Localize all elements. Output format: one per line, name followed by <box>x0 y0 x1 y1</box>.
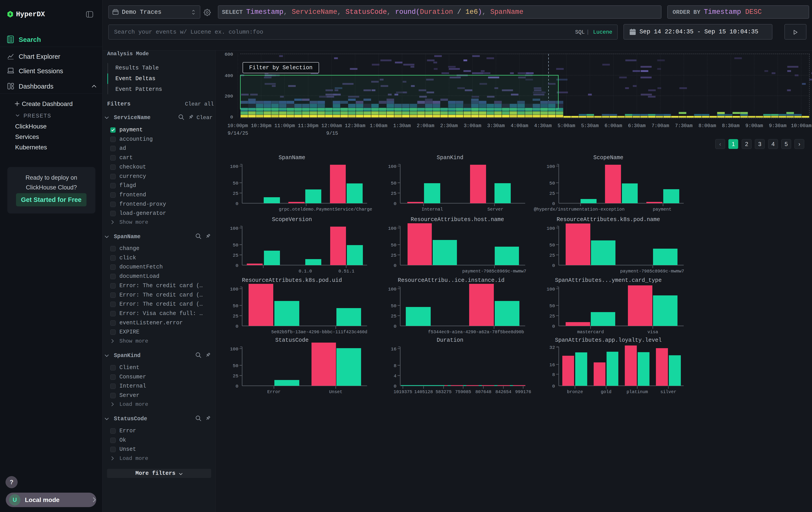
svg-text:0: 0 <box>552 324 555 329</box>
svg-text:ScopeVersion: ScopeVersion <box>272 216 312 223</box>
svg-text:50: 50 <box>549 303 555 308</box>
svg-text:50: 50 <box>233 303 238 308</box>
svg-text:ResourceAttributes.host.name: ResourceAttributes.host.name <box>411 216 504 223</box>
svg-text:payment: payment <box>653 207 671 212</box>
svg-text:200: 200 <box>225 94 233 99</box>
svg-text:400: 400 <box>225 73 233 78</box>
svg-text:600: 600 <box>225 52 233 57</box>
svg-text:16: 16 <box>391 347 397 352</box>
svg-text:100: 100 <box>388 287 397 292</box>
svg-text:gold: gold <box>601 389 611 395</box>
svg-text:11:00pm: 11:00pm <box>274 123 295 129</box>
svg-text:9:00am: 9:00am <box>746 123 763 129</box>
svg-text:25: 25 <box>549 314 555 319</box>
svg-text:Internal: Internal <box>422 207 443 212</box>
svg-text:583275: 583275 <box>436 389 452 395</box>
svg-text:9:30am: 9:30am <box>769 123 786 129</box>
svg-text:0: 0 <box>394 324 397 329</box>
svg-text:0: 0 <box>235 263 238 268</box>
svg-text:SpanName: SpanName <box>279 155 305 161</box>
svg-text:payment-7985c8969c-mwmw7: payment-7985c8969c-mwmw7 <box>462 269 526 274</box>
svg-text:25: 25 <box>391 191 397 196</box>
svg-text:1:00am: 1:00am <box>370 123 387 129</box>
svg-text:1405128: 1405128 <box>414 389 433 395</box>
svg-text:7:00am: 7:00am <box>651 123 669 129</box>
svg-text:25: 25 <box>391 253 397 258</box>
svg-text:SpanAttributes...yment.card_ty: SpanAttributes...yment.card_type <box>555 277 662 284</box>
svg-text:grpc.oteldemo.PaymentService/C: grpc.oteldemo.PaymentService/Charge <box>279 207 372 212</box>
svg-text:f5344ec9-a1ea-4290-a62a-78f5be: f5344ec9-a1ea-4290-a62a-78f5bee8d90b <box>428 329 524 334</box>
svg-text:8: 8 <box>394 363 397 369</box>
svg-text:32: 32 <box>549 345 555 350</box>
svg-text:0: 0 <box>235 384 238 389</box>
svg-text:ScopeName: ScopeName <box>593 155 623 161</box>
svg-text:silver: silver <box>660 389 676 395</box>
svg-text:25: 25 <box>233 314 238 319</box>
svg-text:mastercard: mastercard <box>577 329 604 334</box>
svg-text:1019375: 1019375 <box>394 389 412 395</box>
svg-text:visa: visa <box>647 329 658 334</box>
svg-text:4:30am: 4:30am <box>534 123 552 129</box>
svg-text:0: 0 <box>235 324 238 329</box>
svg-text:ResourceAttributes.k8s.pod.nam: ResourceAttributes.k8s.pod.name <box>556 216 660 223</box>
svg-text:999176: 999176 <box>515 389 531 395</box>
svg-text:platinum: platinum <box>627 389 648 395</box>
svg-text:3:30am: 3:30am <box>487 123 505 129</box>
svg-text:759085: 759085 <box>455 389 471 395</box>
svg-text:5:00am: 5:00am <box>558 123 575 129</box>
svg-text:100: 100 <box>388 226 397 231</box>
svg-text:6:30am: 6:30am <box>628 123 646 129</box>
svg-text:50: 50 <box>549 181 555 186</box>
svg-text:100: 100 <box>547 287 555 292</box>
svg-text:10:00pm: 10:00pm <box>228 123 248 129</box>
svg-text:100: 100 <box>230 347 238 352</box>
svg-text:Unset: Unset <box>329 389 342 395</box>
svg-text:807648: 807648 <box>475 389 491 395</box>
svg-text:12:00am: 12:00am <box>321 123 342 129</box>
svg-text:ResourceAttribu..ice.instance.: ResourceAttribu..ice.instance.id <box>398 277 504 284</box>
svg-text:3:00am: 3:00am <box>464 123 481 129</box>
svg-text:50: 50 <box>391 303 397 308</box>
svg-text:50: 50 <box>549 243 555 248</box>
svg-text:0: 0 <box>230 115 233 120</box>
svg-text:100: 100 <box>547 164 555 169</box>
svg-text:Duration: Duration <box>437 337 463 344</box>
svg-text:12:30am: 12:30am <box>345 123 365 129</box>
svg-text:25: 25 <box>233 253 238 258</box>
svg-text:25: 25 <box>233 374 238 379</box>
svg-text:0.51.1: 0.51.1 <box>339 269 354 274</box>
svg-text:50: 50 <box>391 181 397 186</box>
svg-text:100: 100 <box>230 287 238 292</box>
svg-text:50: 50 <box>391 243 397 248</box>
svg-text:100: 100 <box>388 164 397 169</box>
svg-text:25: 25 <box>233 191 238 196</box>
svg-text:50: 50 <box>233 363 238 369</box>
svg-text:842654: 842654 <box>495 389 512 395</box>
svg-text:100: 100 <box>547 226 555 231</box>
svg-text:0: 0 <box>394 263 397 268</box>
svg-text:bronze: bronze <box>567 389 583 395</box>
svg-text:8: 8 <box>552 372 555 377</box>
svg-text:0: 0 <box>394 384 397 389</box>
svg-text:ResourceAttributes.k8s.pod.uid: ResourceAttributes.k8s.pod.uid <box>242 277 342 284</box>
svg-text:11:30pm: 11:30pm <box>298 123 318 129</box>
svg-text:1:30am: 1:30am <box>393 123 411 129</box>
svg-text:50: 50 <box>233 181 238 186</box>
svg-text:Error: Error <box>267 389 281 395</box>
svg-text:8:00am: 8:00am <box>698 123 716 129</box>
svg-text:SpanKind: SpanKind <box>437 155 463 161</box>
svg-text:16: 16 <box>549 362 555 368</box>
svg-text:7:30am: 7:30am <box>675 123 693 129</box>
svg-text:4:00am: 4:00am <box>511 123 528 129</box>
svg-text:0.1.0: 0.1.0 <box>299 269 312 274</box>
svg-text:Server: Server <box>487 207 503 212</box>
svg-text:25: 25 <box>391 314 397 319</box>
svg-text:2:00am: 2:00am <box>417 123 434 129</box>
svg-text:9/15: 9/15 <box>326 131 338 136</box>
svg-text:6:00am: 6:00am <box>605 123 622 129</box>
svg-text:0: 0 <box>235 201 238 206</box>
svg-text:100: 100 <box>230 164 238 169</box>
svg-text:SpanAttributes.app.loyalty.lev: SpanAttributes.app.loyalty.level <box>555 337 662 344</box>
svg-text:8:30am: 8:30am <box>722 123 740 129</box>
svg-text:25: 25 <box>549 191 555 196</box>
